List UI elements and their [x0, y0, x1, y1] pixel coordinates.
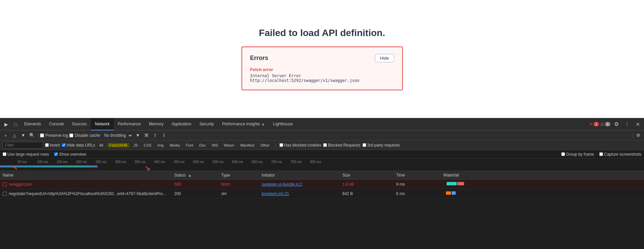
- error-box-title: Errors: [250, 55, 268, 62]
- filter-type-media[interactable]: Media: [168, 143, 182, 148]
- tick-750ms: 750 ms: [291, 160, 302, 164]
- page-error-title: Failed to load API definition.: [259, 28, 385, 38]
- devtools-tabbar: ▶ □ Elements Console Sources Network Per…: [0, 118, 644, 130]
- timeline-error-dot: [91, 165, 92, 167]
- filter-type-fetch-xhr[interactable]: Fetch/XHR: [107, 143, 129, 148]
- capture-screenshots-checkbox[interactable]: Capture screenshots: [599, 152, 641, 157]
- inspect-icon[interactable]: □: [11, 120, 20, 129]
- col-header-name[interactable]: Name: [0, 173, 172, 178]
- filter-type-js[interactable]: JS: [131, 143, 140, 148]
- warning-icon: ⚠: [600, 122, 604, 127]
- filter-type-other[interactable]: Other: [258, 143, 272, 148]
- filter-type-img[interactable]: Img: [155, 143, 165, 148]
- tab-console[interactable]: Console: [45, 118, 68, 130]
- tab-network[interactable]: Network: [91, 118, 114, 130]
- throttle-arrow-icon[interactable]: ▼: [134, 132, 142, 139]
- waterfall-svg-2: [443, 189, 510, 197]
- preserve-log-input[interactable]: [40, 133, 44, 137]
- tab-lighthouse[interactable]: Lighthouse: [269, 118, 297, 130]
- col-header-waterfall[interactable]: Waterfall: [441, 173, 644, 178]
- row-filename-2: negotiate?requestUrl=http%3A%2F%2Flocalh…: [9, 191, 166, 196]
- filter-type-css[interactable]: CSS: [142, 143, 154, 148]
- hide-data-urls-checkbox[interactable]: Hide data URLs: [62, 143, 95, 148]
- svg-rect-2: [446, 191, 451, 195]
- has-blocked-cookies-checkbox[interactable]: Has blocked cookies: [279, 143, 321, 148]
- filter-type-manifest[interactable]: Manifest: [238, 143, 257, 148]
- devtools-panel: ▶ □ Elements Console Sources Network Per…: [0, 118, 644, 249]
- network-table: Name Status ▲ Type Initiator Size Time W…: [0, 171, 644, 249]
- options-left: Use large request rows Show overview: [3, 152, 86, 157]
- tick-400ms: 400 ms: [154, 160, 165, 164]
- table-row[interactable]: negotiate?requestUrl=http%3A%2F%2Flocalh…: [0, 189, 644, 198]
- use-large-rows-input[interactable]: [3, 152, 6, 156]
- tab-sources[interactable]: Sources: [68, 118, 91, 130]
- svg-rect-0: [447, 182, 457, 185]
- show-overview-checkbox[interactable]: Show overview: [54, 152, 86, 157]
- table-row[interactable]: swagger.json 500 fetch swagger-ui-bundle…: [0, 180, 644, 189]
- disable-cache-input[interactable]: [69, 133, 73, 137]
- tick-200ms: 200 ms: [76, 160, 87, 164]
- hide-data-urls-input[interactable]: [62, 143, 66, 147]
- blocked-requests-input[interactable]: [323, 143, 327, 147]
- col-header-initiator[interactable]: Initiator: [259, 173, 340, 178]
- capture-screenshots-input[interactable]: [599, 152, 603, 156]
- col-header-type[interactable]: Type: [219, 173, 259, 178]
- error-icon: ✕: [589, 122, 593, 127]
- filter-icon[interactable]: ▼: [20, 132, 27, 139]
- devtools-settings-icon[interactable]: ⚙: [612, 120, 621, 129]
- download-icon[interactable]: ⇩: [160, 132, 168, 139]
- tick-800ms: 800 ms: [310, 160, 321, 164]
- has-blocked-cookies-input[interactable]: [279, 143, 283, 147]
- row-size-val-1: 1.8 kB: [342, 182, 354, 187]
- wifi-icon[interactable]: ⌘: [143, 132, 150, 139]
- group-by-frame-checkbox[interactable]: Group by frame: [561, 152, 594, 157]
- use-large-rows-checkbox[interactable]: Use large request rows: [3, 152, 49, 157]
- search-icon[interactable]: 🔍: [28, 132, 36, 139]
- row-waterfall-1: [441, 180, 644, 188]
- tab-elements[interactable]: Elements: [20, 118, 45, 130]
- show-overview-input[interactable]: [54, 152, 58, 156]
- record-button[interactable]: ●: [2, 132, 9, 139]
- tab-memory[interactable]: Memory: [145, 118, 167, 130]
- filter-type-font[interactable]: Font: [184, 143, 195, 148]
- col-header-status[interactable]: Status ▲: [172, 173, 219, 178]
- devtools-close-icon[interactable]: ✕: [633, 120, 643, 129]
- row-time-1: 9 ms: [393, 182, 441, 187]
- col-header-time[interactable]: Time: [393, 173, 441, 178]
- tab-performance-insights[interactable]: Performance insights ▲: [218, 118, 269, 130]
- tab-security[interactable]: Security: [195, 118, 218, 130]
- filter-type-doc[interactable]: Doc: [197, 143, 208, 148]
- blocked-requests-checkbox[interactable]: Blocked Requests: [323, 143, 361, 148]
- upload-icon[interactable]: ⇧: [152, 132, 159, 139]
- filter-type-wasm[interactable]: Wasm: [222, 143, 236, 148]
- tick-100ms: 100 ms: [37, 160, 48, 164]
- initiator-link-1[interactable]: swagger-ui-bundle.js:2: [262, 182, 302, 187]
- tab-application[interactable]: Application: [167, 118, 195, 130]
- third-party-checkbox[interactable]: 3rd-party requests: [363, 143, 400, 148]
- filter-type-ws[interactable]: WS: [210, 143, 220, 148]
- row-time-2: 6 ms: [393, 191, 441, 196]
- hide-button[interactable]: Hide: [375, 54, 394, 62]
- tick-600ms: 600 ms: [232, 160, 243, 164]
- row-time-val-2: 6 ms: [396, 191, 405, 196]
- svg-rect-3: [452, 191, 456, 195]
- tab-performance[interactable]: Performance: [114, 118, 145, 130]
- network-settings-icon[interactable]: ⚙: [635, 132, 642, 139]
- initiator-link-2[interactable]: browserLink:21: [262, 191, 289, 196]
- col-header-size[interactable]: Size: [340, 173, 393, 178]
- throttle-select[interactable]: No throttling: [102, 132, 133, 139]
- disable-cache-checkbox[interactable]: Disable cache: [69, 133, 100, 138]
- row-type-1: fetch: [219, 182, 259, 187]
- invert-input[interactable]: [45, 143, 49, 147]
- devtools-more-icon[interactable]: ⋮: [622, 120, 632, 129]
- third-party-input[interactable]: [363, 143, 366, 147]
- tick-450ms: 450 ms: [174, 160, 185, 164]
- cursor-icon[interactable]: ▶: [1, 120, 11, 129]
- preserve-log-checkbox[interactable]: Preserve log: [40, 133, 68, 138]
- options-bar: Use large request rows Show overview Gro…: [0, 150, 644, 159]
- filter-input[interactable]: [3, 142, 43, 149]
- filter-type-all[interactable]: All: [97, 143, 105, 148]
- clear-button[interactable]: △: [11, 132, 18, 139]
- invert-checkbox[interactable]: Invert: [45, 143, 60, 148]
- group-by-frame-input[interactable]: [561, 152, 565, 156]
